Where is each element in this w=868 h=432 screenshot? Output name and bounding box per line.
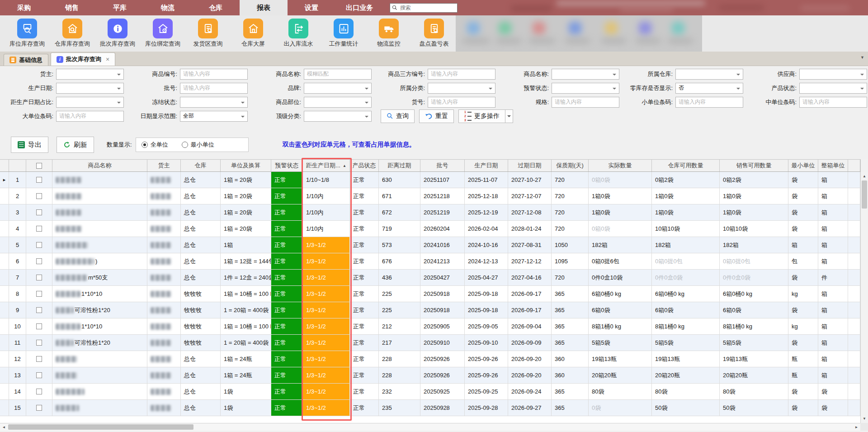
menu-item-4[interactable]: 物流 [144,0,192,15]
row-checkbox[interactable] [36,193,42,199]
search-input[interactable] [390,3,458,13]
cell-check[interactable] [26,335,52,351]
toolbar-item-4[interactable]: 库位绑定查询 [140,15,185,52]
filter-input[interactable]: 模糊匹配 [304,69,372,80]
table-row[interactable]: 3总仓1箱 = 20袋正常1/10内正常672202512192025-12-1… [0,204,860,221]
filter-select[interactable] [552,83,619,94]
filter-input[interactable]: 请输入内容 [552,97,619,108]
table-row[interactable]: 12总仓1箱 = 24瓶正常1/3~1/2正常228202509262025-0… [0,351,860,367]
col-header-unit[interactable]: 单位及换算 [221,160,271,171]
filter-select[interactable] [56,97,124,108]
filter-select[interactable] [304,97,372,108]
filter-select[interactable]: 否 [675,83,743,94]
tab-2[interactable]: i批次库存查询× [51,52,115,66]
horizontal-scrollbar[interactable]: ◄ ► [0,423,860,431]
refresh-button[interactable]: 刷新 [57,137,94,153]
row-checkbox[interactable] [36,372,42,378]
col-header-batch[interactable]: 批号 [420,160,465,171]
filter-select[interactable]: 全部 [180,111,248,122]
table-row[interactable]: 4总仓1箱 = 20袋正常1/10内正常719202602042026-02-0… [0,221,860,237]
menu-item-1[interactable]: 采购 [0,0,48,15]
toolbar-item-6[interactable]: 仓库大屏 [231,15,276,52]
more-actions-caret[interactable] [505,109,513,123]
table-row[interactable]: 7m*50支总仓1件 = 12盒 = 240袋正常1/3~1/2正常436202… [0,270,860,286]
query-button[interactable]: 查询 [381,109,415,123]
row-checkbox[interactable] [36,340,42,346]
table-row[interactable]: 101*10*10牧牧牧1箱 = 10桶 = 100 kg正常1/3~1/2正常… [0,318,860,335]
col-header-shelf[interactable]: 保质期(天) [552,160,589,171]
filter-select[interactable] [56,83,124,94]
table-row[interactable]: 9可溶性粉1*20牧牧牧1 = 20箱 = 400袋正常1/3~1/2正常225… [0,302,860,318]
table-row[interactable]: 11可溶性粉1*20牧牧牧1 = 20箱 = 400袋正常1/3~1/2正常21… [0,335,860,351]
filter-select[interactable] [799,69,867,80]
cell-check[interactable] [26,286,52,302]
toolbar-item-8[interactable]: 工作量统计 [321,15,366,52]
filter-input[interactable]: 请输入内容 [799,97,867,108]
vertical-scroll-thumb[interactable] [862,180,867,209]
table-row[interactable]: 13总仓1箱 = 24瓶正常1/3~1/2正常228202509262025-0… [0,367,860,384]
col-header-saleavail[interactable]: 销售可用数量 [720,160,788,171]
radio-min-unit[interactable]: 最小单位 [182,141,214,149]
scroll-right-arrow[interactable]: ► [853,423,860,431]
cell-check[interactable] [26,253,52,269]
table-row[interactable]: 2总仓1箱 = 20袋正常1/10内正常671202512182025-12-1… [0,188,860,204]
col-header-warn[interactable]: 预警状态 [271,160,303,171]
cell-check[interactable] [26,384,52,399]
filter-select[interactable] [304,111,372,122]
row-checkbox[interactable] [36,209,42,215]
select-all-checkbox[interactable] [36,163,42,169]
col-header-ratio[interactable]: 距生产日期...▲ [303,160,350,171]
filter-select[interactable] [304,83,372,94]
col-header-dist[interactable]: 距离过期 [379,160,420,171]
toolbar-item-10[interactable]: 盘点盈亏表 [411,15,457,52]
scroll-left-arrow[interactable]: ◄ [0,423,8,431]
row-checkbox[interactable] [36,226,42,232]
filter-input[interactable]: 请输入内容 [428,97,495,108]
table-row[interactable]: 81*10*10牧牧牧1箱 = 10桶 = 100 kg正常1/3~1/2正常2… [0,286,860,302]
tab-1[interactable]: 基础信息 [4,54,48,66]
filter-input[interactable]: 请输入内容 [675,97,743,108]
toolbar-item-9[interactable]: 物流监控 [366,15,411,52]
menu-item-8[interactable]: 出口业务 [335,0,383,15]
cell-check[interactable] [26,270,52,285]
filter-input[interactable]: 请输入内容 [428,69,495,80]
filter-select[interactable] [675,69,743,80]
cell-check[interactable] [26,367,52,383]
row-checkbox[interactable] [36,275,42,280]
col-header-pstatus[interactable]: 产品状态 [350,160,379,171]
cell-check[interactable] [26,302,52,318]
row-checkbox[interactable] [36,242,42,248]
cell-check[interactable] [26,351,52,367]
horizontal-scroll-thumb[interactable] [8,424,193,430]
menu-item-6[interactable]: 报表 [240,0,288,15]
scroll-down-arrow[interactable]: ▼ [861,415,868,422]
menu-item-5[interactable]: 仓库 [192,0,240,15]
vertical-scrollbar[interactable]: ▲ ▼ [860,159,868,423]
toolbar-item-3[interactable]: 批次库存查询 [95,15,140,52]
col-header-caseu[interactable]: 整箱单位 [818,160,848,171]
table-row[interactable]: 15总仓1袋正常1/3~1/2正常235202509282025-09-2820… [0,400,860,416]
cell-check[interactable] [26,221,52,237]
filter-select[interactable] [552,69,619,80]
filter-select[interactable] [180,97,248,108]
table-row[interactable]: 5总仓1箱正常1/3~1/2正常573202410162024-10-16202… [0,237,860,253]
row-checkbox[interactable] [36,307,42,313]
cell-check[interactable] [26,204,52,220]
row-checkbox[interactable] [36,405,42,411]
menu-item-2[interactable]: 销售 [48,0,96,15]
col-header-warehouse[interactable]: 仓库 [181,160,221,171]
toolbar-item-7[interactable]: 出入库流水 [276,15,321,52]
col-header-whavail[interactable]: 仓库可用数量 [652,160,720,171]
filter-input[interactable]: 请输入内容 [180,69,248,80]
cell-check[interactable] [26,172,52,188]
row-checkbox[interactable] [36,323,42,329]
toolbar-item-5[interactable]: 发货区查询 [185,15,231,52]
table-row[interactable]: 14总仓1袋正常1/3~1/2正常232202509252025-09-2520… [0,384,860,400]
export-button[interactable]: 导出 [11,137,48,153]
toolbar-item-2[interactable]: 仓库库存查询 [50,15,95,52]
col-header-check[interactable] [26,160,52,171]
cell-check[interactable] [26,400,52,416]
col-header-actual[interactable]: 实际数量 [589,160,652,171]
row-checkbox[interactable] [36,177,42,183]
col-header-owner[interactable]: 货主 [147,160,181,171]
